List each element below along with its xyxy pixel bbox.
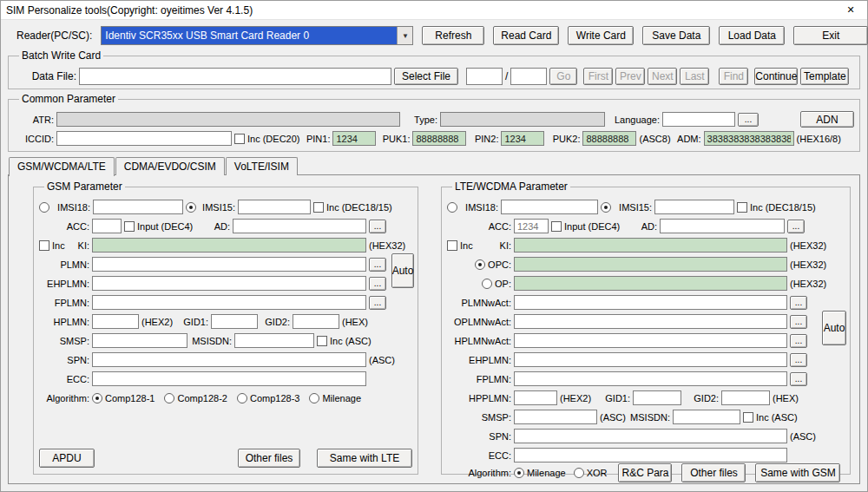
- lte-gid1-input[interactable]: [633, 390, 681, 405]
- pin2-input[interactable]: [501, 131, 544, 146]
- lte-other-files-button[interactable]: Other files: [681, 463, 746, 482]
- batch-index-input[interactable]: [466, 68, 503, 85]
- gsm-imsi15-input[interactable]: [238, 200, 311, 214]
- lte-msisdn-input[interactable]: [673, 410, 740, 424]
- apdu-button[interactable]: APDU: [39, 449, 95, 468]
- save-data-button[interactable]: Save Data: [642, 26, 710, 45]
- lte-plmnwact-browse-button[interactable]: ...: [790, 296, 807, 310]
- lte-imsi18-radio[interactable]: [447, 202, 457, 213]
- adn-button[interactable]: ADN: [800, 111, 854, 128]
- gsm-ki-input[interactable]: [92, 238, 366, 253]
- lte-acc-input[interactable]: [514, 219, 549, 233]
- pin1-input[interactable]: [332, 131, 376, 146]
- write-card-button[interactable]: Write Card: [568, 26, 634, 45]
- chevron-down-icon[interactable]: ▼: [397, 27, 412, 44]
- gsm-ehplmn-input[interactable]: [92, 276, 366, 291]
- lte-oplmnwact-input[interactable]: [514, 314, 787, 329]
- gsm-fplmn-browse-button[interactable]: ...: [369, 296, 386, 310]
- puk2-input[interactable]: [582, 131, 636, 146]
- lte-opc-radio[interactable]: [475, 259, 485, 270]
- gsm-msisdn-inc-checkbox[interactable]: [317, 336, 327, 346]
- lte-ad-browse-button[interactable]: ...: [787, 220, 805, 233]
- lte-smsp-input[interactable]: [514, 410, 597, 424]
- gsm-auto-button[interactable]: Auto: [391, 253, 414, 288]
- lte-ki-inc-checkbox[interactable]: [447, 240, 457, 251]
- gsm-imsi15-radio[interactable]: [186, 202, 196, 213]
- lte-algo-milenage-radio[interactable]: [514, 468, 524, 478]
- lte-imsi-inc-checkbox[interactable]: [737, 202, 747, 213]
- gsm-smsp-input[interactable]: [92, 333, 187, 348]
- lte-ehplmn-browse-button[interactable]: ...: [790, 353, 807, 367]
- gsm-ad-input[interactable]: [233, 219, 366, 233]
- same-with-gsm-button[interactable]: Same with GSM: [755, 463, 840, 482]
- adm-input[interactable]: [704, 131, 794, 146]
- lte-fplmn-input[interactable]: [514, 371, 787, 386]
- gsm-other-files-button[interactable]: Other files: [238, 449, 300, 468]
- reader-select[interactable]: Identiv SCR35xx USB Smart Card Reader 0 …: [101, 26, 413, 45]
- gsm-msisdn-input[interactable]: [234, 333, 314, 348]
- gsm-algo-comp128-2-radio[interactable]: [164, 393, 174, 403]
- continue-button[interactable]: Continue: [754, 68, 798, 85]
- lte-op-radio[interactable]: [482, 279, 492, 289]
- exit-button[interactable]: Exit: [793, 26, 868, 45]
- lte-hplmnwact-browse-button[interactable]: ...: [790, 334, 807, 348]
- load-data-button[interactable]: Load Data: [719, 26, 785, 45]
- template-button[interactable]: Template: [800, 68, 849, 85]
- iccid-inc-checkbox[interactable]: [234, 134, 245, 144]
- gsm-ad-browse-button[interactable]: ...: [369, 220, 386, 233]
- close-icon[interactable]: ✕: [838, 1, 864, 19]
- lte-algo-xor-radio[interactable]: [574, 468, 584, 478]
- gsm-imsi-inc-checkbox[interactable]: [313, 202, 324, 213]
- gsm-gid1-input[interactable]: [211, 314, 258, 329]
- lte-ki-input[interactable]: [514, 238, 787, 253]
- same-with-lte-button[interactable]: Same with LTE: [317, 449, 412, 468]
- lte-op-input[interactable]: [514, 276, 787, 291]
- select-file-button[interactable]: Select File: [394, 68, 458, 85]
- gsm-imsi18-radio[interactable]: [39, 202, 49, 213]
- batch-total-input[interactable]: [510, 68, 547, 85]
- tab-gsm-wcdma-lte[interactable]: GSM/WCDMA/LTE: [9, 157, 115, 176]
- language-field[interactable]: [662, 112, 735, 127]
- tab-volte-isim[interactable]: VoLTE/ISIM: [226, 157, 298, 175]
- lte-hplmnwact-input[interactable]: [514, 333, 787, 348]
- lte-imsi15-input[interactable]: [654, 200, 734, 214]
- gsm-plmn-browse-button[interactable]: ...: [369, 258, 386, 272]
- gsm-acc-input-checkbox[interactable]: [124, 221, 135, 232]
- language-browse-button[interactable]: ...: [738, 113, 759, 127]
- lte-imsi18-input[interactable]: [501, 200, 598, 214]
- lte-ehplmn-input[interactable]: [514, 352, 787, 367]
- lte-acc-input-checkbox[interactable]: [551, 221, 562, 232]
- lte-auto-button[interactable]: Auto: [822, 311, 846, 345]
- gsm-ehplmn-browse-button[interactable]: ...: [369, 277, 386, 291]
- data-file-input[interactable]: [79, 68, 391, 85]
- read-card-button[interactable]: Read Card: [493, 26, 559, 45]
- lte-gid2-input[interactable]: [721, 390, 770, 405]
- gsm-acc-input[interactable]: [92, 219, 122, 233]
- iccid-input[interactable]: [56, 131, 232, 146]
- tab-cdma-evdo-csim[interactable]: CDMA/EVDO/CSIM: [115, 157, 225, 175]
- lte-opc-input[interactable]: [514, 257, 787, 272]
- refresh-button[interactable]: Refresh: [422, 26, 484, 45]
- lte-fplmn-browse-button[interactable]: ...: [790, 372, 807, 386]
- gsm-spn-input[interactable]: [92, 352, 366, 367]
- lte-oplmnwact-browse-button[interactable]: ...: [790, 315, 807, 329]
- gsm-fplmn-input[interactable]: [92, 295, 366, 310]
- puk1-input[interactable]: [412, 131, 466, 146]
- lte-ecc-input[interactable]: [514, 448, 787, 462]
- gsm-algo-comp128-3-radio[interactable]: [237, 393, 247, 403]
- lte-imsi15-radio[interactable]: [601, 202, 611, 213]
- lte-msisdn-inc-checkbox[interactable]: [743, 412, 753, 423]
- gsm-ki-inc-checkbox[interactable]: [39, 240, 49, 251]
- lte-spn-input[interactable]: [514, 429, 787, 443]
- lte-plmnwact-input[interactable]: [514, 295, 787, 310]
- gsm-plmn-input[interactable]: [92, 257, 366, 272]
- gsm-algo-milenage-radio[interactable]: [309, 393, 319, 403]
- lte-ad-input[interactable]: [660, 219, 785, 233]
- gsm-ecc-input[interactable]: [92, 371, 366, 386]
- lte-hpplmn-input[interactable]: [514, 390, 557, 405]
- gsm-algo-comp128-1-radio[interactable]: [92, 393, 102, 403]
- rc-para-button[interactable]: R&C Para: [618, 463, 672, 482]
- gsm-hplmn-input[interactable]: [92, 314, 139, 329]
- gsm-imsi18-input[interactable]: [93, 200, 183, 214]
- gsm-gid2-input[interactable]: [293, 314, 339, 329]
